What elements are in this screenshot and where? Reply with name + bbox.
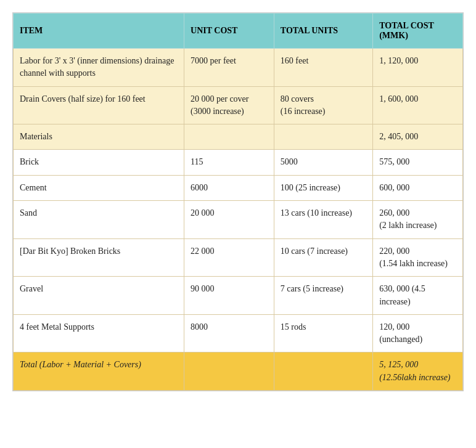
table-body: Labor for 3' x 3' (inner dimensions) dra… — [14, 49, 463, 391]
cost-table: ITEM UNIT COST TOTAL UNITS TOTAL COST (M… — [13, 13, 463, 391]
cell-row7-col1: 90 000 — [184, 277, 274, 315]
cell-row7-col3: 630, 000 (4.5 increase) — [373, 277, 463, 315]
cell-row0-col2: 160 feet — [274, 49, 372, 87]
table-row: Sand20 00013 cars (10 increase)260, 000 … — [14, 201, 463, 239]
table-row: Labor for 3' x 3' (inner dimensions) dra… — [14, 49, 463, 87]
table-row: Drain Covers (half size) for 160 feet20 … — [14, 86, 463, 124]
cell-row8-col3: 120, 000 (unchanged) — [373, 314, 463, 352]
cell-row8-col2: 15 rods — [274, 314, 372, 352]
cell-row6-col2: 10 cars (7 increase) — [274, 238, 372, 277]
cell-row3-col2: 5000 — [274, 150, 372, 175]
cell-row2-col3: 2, 405, 000 — [373, 124, 463, 150]
cell-row2-col1 — [184, 124, 274, 150]
header-unit-cost: UNIT COST — [184, 14, 274, 49]
cell-row5-col3: 260, 000 (2 lakh increase) — [373, 201, 463, 239]
cell-row2-col0: Materials — [14, 124, 184, 150]
cell-row0-col0: Labor for 3' x 3' (inner dimensions) dra… — [14, 49, 184, 87]
cell-row6-col0: [Dar Bit Kyo] Broken Bricks — [14, 238, 184, 277]
cell-row4-col0: Cement — [14, 175, 184, 200]
table-row: Materials2, 405, 000 — [14, 124, 463, 150]
cell-row6-col1: 22 000 — [184, 238, 274, 277]
cell-row5-col1: 20 000 — [184, 201, 274, 239]
cell-row7-col2: 7 cars (5 increase) — [274, 277, 372, 315]
table-row: 4 feet Metal Supports800015 rods120, 000… — [14, 314, 463, 352]
table-row: Total (Labor + Material + Covers)5, 125,… — [14, 352, 463, 391]
cell-row3-col1: 115 — [184, 150, 274, 175]
cell-row2-col2 — [274, 124, 372, 150]
table-row: [Dar Bit Kyo] Broken Bricks22 00010 cars… — [14, 238, 463, 277]
header-total-units: TOTAL UNITS — [274, 14, 372, 49]
cell-row4-col3: 600, 000 — [373, 175, 463, 200]
header-item: ITEM — [14, 14, 184, 49]
cell-row4-col1: 6000 — [184, 175, 274, 200]
cell-row8-col0: 4 feet Metal Supports — [14, 314, 184, 352]
cell-row1-col0: Drain Covers (half size) for 160 feet — [14, 86, 184, 124]
cell-row9-col2 — [274, 352, 372, 391]
cell-row1-col2: 80 covers (16 increase) — [274, 86, 372, 124]
cell-row4-col2: 100 (25 increase) — [274, 175, 372, 200]
cell-row0-col3: 1, 120, 000 — [373, 49, 463, 87]
cell-row0-col1: 7000 per feet — [184, 49, 274, 87]
cell-row7-col0: Gravel — [14, 277, 184, 315]
cell-row5-col0: Sand — [14, 201, 184, 239]
header-row: ITEM UNIT COST TOTAL UNITS TOTAL COST (M… — [14, 14, 463, 49]
table-row: Cement6000100 (25 increase)600, 000 — [14, 175, 463, 200]
table-row: Brick1155000575, 000 — [14, 150, 463, 175]
cell-row3-col3: 575, 000 — [373, 150, 463, 175]
cell-row6-col3: 220, 000 (1.54 lakh increase) — [373, 238, 463, 277]
cell-row3-col0: Brick — [14, 150, 184, 175]
table-row: Gravel90 0007 cars (5 increase)630, 000 … — [14, 277, 463, 315]
cell-row9-col0: Total (Labor + Material + Covers) — [14, 352, 184, 391]
cell-row1-col3: 1, 600, 000 — [373, 86, 463, 124]
cell-row5-col2: 13 cars (10 increase) — [274, 201, 372, 239]
cell-row8-col1: 8000 — [184, 314, 274, 352]
cell-row9-col1 — [184, 352, 274, 391]
header-total-cost: TOTAL COST (MMK) — [373, 14, 463, 49]
cell-row9-col3: 5, 125, 000 (12.56lakh increase) — [373, 352, 463, 391]
cost-table-wrapper: ITEM UNIT COST TOTAL UNITS TOTAL COST (M… — [12, 12, 464, 391]
cell-row1-col1: 20 000 per cover (3000 increase) — [184, 86, 274, 124]
